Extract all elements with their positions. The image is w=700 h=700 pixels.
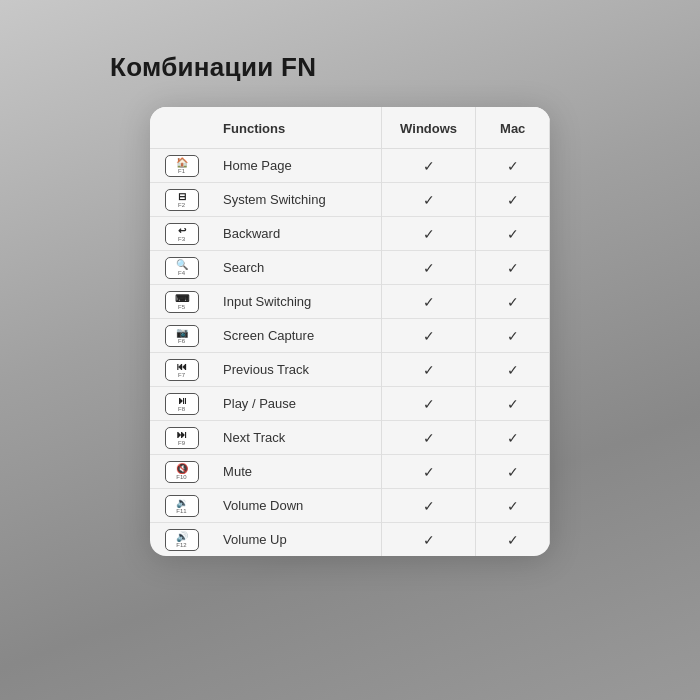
- col-header-icon: [150, 107, 213, 149]
- key-icon-cell: 🔉F11: [150, 489, 213, 523]
- mac-check: ✓: [476, 523, 550, 557]
- key-icon: ⏯F8: [165, 393, 199, 415]
- key-icon: 🔍F4: [165, 257, 199, 279]
- mac-check: ✓: [476, 183, 550, 217]
- key-icon: 🏠F1: [165, 155, 199, 177]
- fn-combinations-card: Functions Windows Mac 🏠F1Home Page✓✓⊟F2S…: [150, 107, 550, 556]
- table-row: 📷F6Screen Capture✓✓: [150, 319, 550, 353]
- key-icon-cell: 🏠F1: [150, 149, 213, 183]
- key-icon: 🔇F10: [165, 461, 199, 483]
- mac-check: ✓: [476, 387, 550, 421]
- table-row: 🏠F1Home Page✓✓: [150, 149, 550, 183]
- windows-check: ✓: [381, 217, 476, 251]
- table-row: ⏯F8Play / Pause✓✓: [150, 387, 550, 421]
- mac-check: ✓: [476, 251, 550, 285]
- windows-check: ✓: [381, 319, 476, 353]
- key-icon: ⏮F7: [165, 359, 199, 381]
- key-icon-cell: ⌨F5: [150, 285, 213, 319]
- key-icon-cell: ⏯F8: [150, 387, 213, 421]
- function-label: Previous Track: [213, 353, 381, 387]
- key-icon-cell: 🔇F10: [150, 455, 213, 489]
- mac-check: ✓: [476, 319, 550, 353]
- function-label: Next Track: [213, 421, 381, 455]
- mac-check: ✓: [476, 149, 550, 183]
- function-label: Volume Down: [213, 489, 381, 523]
- col-header-windows: Windows: [381, 107, 476, 149]
- windows-check: ✓: [381, 149, 476, 183]
- mac-check: ✓: [476, 421, 550, 455]
- mac-check: ✓: [476, 285, 550, 319]
- table-row: ⌨F5Input Switching✓✓: [150, 285, 550, 319]
- function-label: Search: [213, 251, 381, 285]
- windows-check: ✓: [381, 489, 476, 523]
- windows-check: ✓: [381, 183, 476, 217]
- windows-check: ✓: [381, 251, 476, 285]
- windows-check: ✓: [381, 523, 476, 557]
- key-icon: 🔉F11: [165, 495, 199, 517]
- key-icon-cell: 🔊F12: [150, 523, 213, 557]
- mac-check: ✓: [476, 489, 550, 523]
- key-icon-cell: ⏮F7: [150, 353, 213, 387]
- col-header-mac: Mac: [476, 107, 550, 149]
- function-label: Volume Up: [213, 523, 381, 557]
- windows-check: ✓: [381, 387, 476, 421]
- windows-check: ✓: [381, 285, 476, 319]
- key-icon-cell: ⏭F9: [150, 421, 213, 455]
- table-row: 🔇F10Mute✓✓: [150, 455, 550, 489]
- function-label: Screen Capture: [213, 319, 381, 353]
- key-icon: ⏭F9: [165, 427, 199, 449]
- table-row: ⏮F7Previous Track✓✓: [150, 353, 550, 387]
- function-label: Input Switching: [213, 285, 381, 319]
- key-icon: 🔊F12: [165, 529, 199, 551]
- key-icon-cell: ⊟F2: [150, 183, 213, 217]
- table-row: 🔍F4Search✓✓: [150, 251, 550, 285]
- key-icon: ⌨F5: [165, 291, 199, 313]
- table-row: 🔊F12Volume Up✓✓: [150, 523, 550, 557]
- windows-check: ✓: [381, 353, 476, 387]
- key-icon: 📷F6: [165, 325, 199, 347]
- function-label: System Switching: [213, 183, 381, 217]
- key-icon-cell: ↩F3: [150, 217, 213, 251]
- fn-table: Functions Windows Mac 🏠F1Home Page✓✓⊟F2S…: [150, 107, 550, 556]
- col-header-functions: Functions: [213, 107, 381, 149]
- key-icon: ⊟F2: [165, 189, 199, 211]
- key-icon: ↩F3: [165, 223, 199, 245]
- table-row: 🔉F11Volume Down✓✓: [150, 489, 550, 523]
- mac-check: ✓: [476, 217, 550, 251]
- mac-check: ✓: [476, 353, 550, 387]
- page-title: Комбинации FN: [110, 52, 316, 83]
- windows-check: ✓: [381, 421, 476, 455]
- function-label: Play / Pause: [213, 387, 381, 421]
- table-row: ↩F3Backward✓✓: [150, 217, 550, 251]
- table-row: ⊟F2System Switching✓✓: [150, 183, 550, 217]
- mac-check: ✓: [476, 455, 550, 489]
- windows-check: ✓: [381, 455, 476, 489]
- function-label: Mute: [213, 455, 381, 489]
- table-row: ⏭F9Next Track✓✓: [150, 421, 550, 455]
- key-icon-cell: 🔍F4: [150, 251, 213, 285]
- function-label: Backward: [213, 217, 381, 251]
- function-label: Home Page: [213, 149, 381, 183]
- key-icon-cell: 📷F6: [150, 319, 213, 353]
